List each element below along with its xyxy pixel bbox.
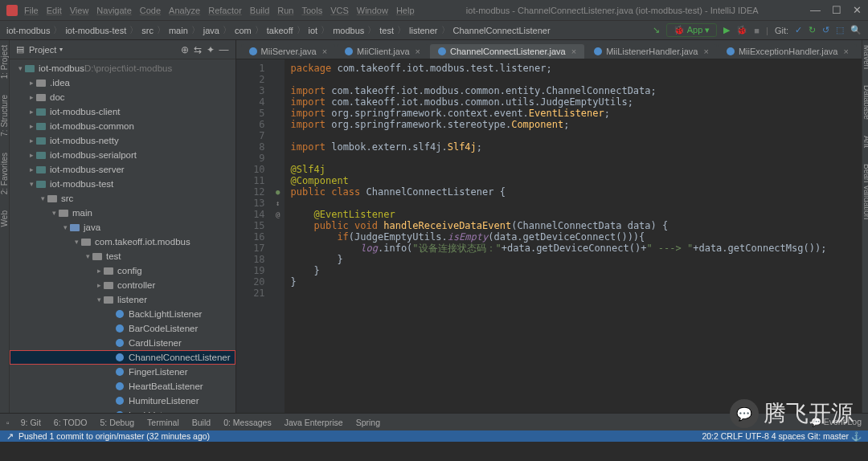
project-view-dropdown[interactable]: Project ▾ bbox=[29, 45, 63, 55]
git-show-icon[interactable]: ⬚ bbox=[836, 25, 844, 35]
menu-run[interactable]: Run bbox=[277, 6, 293, 15]
chevron-down-icon[interactable]: ▾ bbox=[27, 180, 35, 188]
chevron-down-icon[interactable]: ▾ bbox=[72, 238, 80, 246]
tree-node[interactable]: ▸iot-modbus-serialport bbox=[10, 148, 235, 162]
hide-icon[interactable]: — bbox=[219, 44, 229, 55]
tree-node[interactable]: ChannelConnectListener bbox=[10, 350, 235, 365]
breadcrumb-item[interactable]: iot-modbus-test bbox=[65, 26, 126, 35]
git-update-icon[interactable]: ✓ bbox=[795, 25, 802, 35]
toolwindow-button[interactable]: Terminal bbox=[147, 418, 179, 427]
tree-node[interactable]: ▸controller bbox=[10, 278, 235, 292]
run-icon[interactable]: ▶ bbox=[723, 25, 730, 35]
tree-node[interactable]: ▾iot-modbus-test bbox=[10, 177, 235, 191]
settings-icon[interactable]: ✦ bbox=[207, 44, 215, 55]
breadcrumb-item[interactable]: listener bbox=[409, 26, 437, 35]
tree-node[interactable]: ▸.idea bbox=[10, 75, 235, 90]
tree-node[interactable]: ▸config bbox=[10, 263, 235, 278]
close-icon[interactable]: × bbox=[416, 47, 420, 56]
breadcrumb-item[interactable]: java bbox=[203, 26, 219, 35]
menu-build[interactable]: Build bbox=[250, 6, 269, 15]
menu-code[interactable]: Code bbox=[140, 6, 161, 15]
add-config-icon[interactable]: ↘ bbox=[653, 25, 660, 35]
tree-node[interactable]: ▸iot-modbus-common bbox=[10, 119, 235, 133]
breadcrumb-item[interactable]: ChannelConnectListener bbox=[453, 26, 551, 35]
tree-node[interactable]: CardListener bbox=[10, 336, 235, 350]
chevron-right-icon[interactable]: ▸ bbox=[27, 93, 35, 101]
scroll-to-source-icon[interactable]: ⊕ bbox=[181, 44, 189, 55]
tree-node[interactable]: ▾iot-modbus D:\project\iot-modbus bbox=[10, 61, 235, 75]
breadcrumb-item[interactable]: takeoff bbox=[267, 26, 293, 35]
tree-node[interactable]: ▾src bbox=[10, 191, 235, 206]
maximize-button[interactable]: ☐ bbox=[832, 4, 841, 16]
close-icon[interactable]: × bbox=[571, 47, 576, 56]
search-icon[interactable]: 🔍 bbox=[850, 25, 862, 35]
tree-node[interactable]: ▾java bbox=[10, 220, 235, 235]
toolwindow-button[interactable]: 6: TODO bbox=[54, 418, 88, 427]
editor-tab[interactable]: MiiExceptionHandler.java× bbox=[719, 44, 857, 59]
tree-node[interactable]: ▾com.takeoff.iot.modbus bbox=[10, 235, 235, 249]
close-icon[interactable]: × bbox=[322, 47, 327, 56]
breadcrumb-item[interactable]: iot bbox=[309, 26, 318, 35]
menu-view[interactable]: View bbox=[70, 6, 89, 15]
menu-file[interactable]: File bbox=[24, 6, 39, 15]
project-tree[interactable]: ▾iot-modbus D:\project\iot-modbus▸.idea▸… bbox=[10, 59, 235, 413]
menu-window[interactable]: Window bbox=[357, 6, 388, 15]
toolwindow-button[interactable]: Maven bbox=[862, 45, 868, 69]
toolwindow-button[interactable]: 1: Project bbox=[0, 45, 9, 79]
tree-node[interactable]: FingerListener bbox=[10, 365, 235, 379]
tree-node[interactable]: HeartBeatListener bbox=[10, 379, 235, 394]
tree-node[interactable]: ▸doc bbox=[10, 90, 235, 104]
tree-node[interactable]: BackLightListener bbox=[10, 307, 235, 321]
toolwindow-button[interactable]: Ant bbox=[862, 136, 868, 148]
chevron-down-icon[interactable]: ▾ bbox=[50, 209, 58, 217]
tree-node[interactable]: BarCodeListener bbox=[10, 321, 235, 336]
chevron-right-icon[interactable]: ▸ bbox=[27, 151, 35, 159]
git-commit-icon[interactable]: ↻ bbox=[809, 25, 816, 35]
menu-help[interactable]: Help bbox=[396, 6, 415, 15]
breadcrumb-item[interactable]: modbus bbox=[333, 26, 364, 35]
menu-vcs[interactable]: VCS bbox=[330, 6, 349, 15]
tree-node[interactable]: LockListener bbox=[10, 408, 235, 413]
stop-icon[interactable]: ■ bbox=[754, 26, 760, 35]
run-gutter-icon[interactable]: ● bbox=[272, 186, 285, 198]
chevron-right-icon[interactable]: ▸ bbox=[95, 281, 103, 289]
fold-icon[interactable]: ↕ bbox=[272, 198, 285, 209]
editor-tab[interactable]: MiiListenerHandler.java× bbox=[586, 44, 717, 59]
menu-tools[interactable]: Tools bbox=[301, 6, 322, 15]
chevron-right-icon[interactable]: ▸ bbox=[27, 79, 35, 87]
chevron-down-icon[interactable]: ▾ bbox=[84, 252, 92, 260]
tree-node[interactable]: HumitureListener bbox=[10, 394, 235, 408]
toolwindow-button[interactable]: 2: Favorites bbox=[0, 153, 9, 194]
toolwindow-button[interactable]: Database bbox=[862, 85, 868, 120]
code-editor[interactable]: package com.takeoff.iot.modbus.test.list… bbox=[285, 59, 862, 413]
breadcrumb-item[interactable]: iot-modbus bbox=[6, 26, 50, 35]
tree-node[interactable]: ▸iot-modbus-server bbox=[10, 162, 235, 177]
chevron-down-icon[interactable]: ▾ bbox=[39, 194, 47, 202]
toolwindow-button[interactable]: Spring bbox=[356, 418, 380, 427]
toolwindow-button[interactable]: 0: Messages bbox=[223, 418, 272, 427]
toolwindow-button[interactable]: Java Enterprise bbox=[285, 418, 343, 427]
tree-node[interactable]: ▸iot-modbus-client bbox=[10, 104, 235, 119]
breadcrumb-item[interactable]: com bbox=[235, 26, 252, 35]
chevron-down-icon[interactable]: ▾ bbox=[61, 223, 69, 231]
chevron-down-icon[interactable]: ▾ bbox=[95, 296, 103, 304]
debug-icon[interactable]: 🐞 bbox=[736, 25, 747, 35]
menu-refactor[interactable]: Refactor bbox=[208, 6, 242, 15]
toolwindow-button[interactable]: Web bbox=[0, 210, 9, 226]
tree-node[interactable]: ▾listener bbox=[10, 292, 235, 307]
toolwindow-button[interactable]: 9: Git bbox=[21, 418, 41, 427]
toolwindow-button[interactable]: 7: Structure bbox=[0, 95, 9, 137]
run-config-dropdown[interactable]: 🐞 App ▾ bbox=[666, 23, 717, 37]
close-icon[interactable]: × bbox=[843, 47, 848, 56]
editor-tab[interactable]: MiiClient.java× bbox=[337, 44, 428, 59]
git-push-icon[interactable]: ↺ bbox=[822, 25, 829, 35]
close-icon[interactable]: × bbox=[703, 47, 708, 56]
tree-node[interactable]: ▸iot-modbus-netty bbox=[10, 133, 235, 148]
menu-analyze[interactable]: Analyze bbox=[169, 6, 200, 15]
editor-tab[interactable]: ChannelConnectListener.java× bbox=[430, 44, 584, 59]
chevron-right-icon[interactable]: ▸ bbox=[27, 165, 35, 173]
toolwindow-button[interactable]: 5: Debug bbox=[100, 418, 134, 427]
chevron-right-icon[interactable]: ▸ bbox=[95, 267, 103, 275]
breadcrumb-item[interactable]: test bbox=[379, 26, 394, 35]
collapse-all-icon[interactable]: ⇆ bbox=[194, 44, 202, 55]
